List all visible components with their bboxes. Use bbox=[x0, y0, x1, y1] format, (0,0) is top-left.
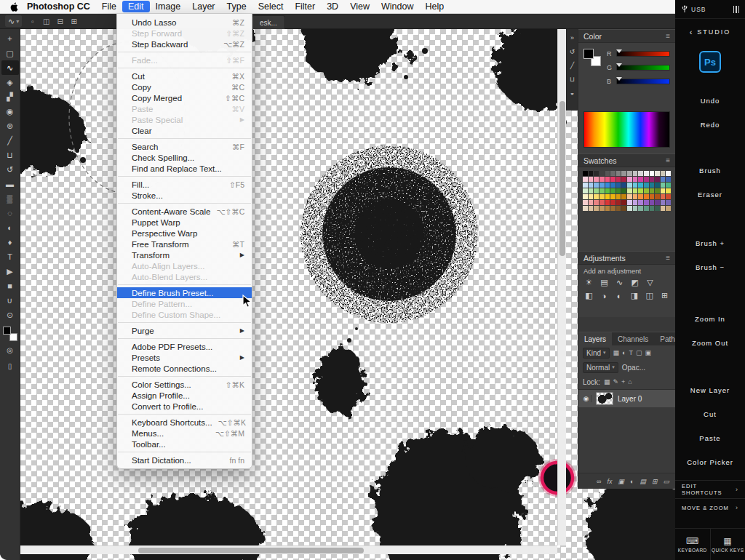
swatch[interactable] bbox=[627, 177, 632, 182]
swatch[interactable] bbox=[627, 171, 632, 176]
eraser-button[interactable]: Eraser bbox=[698, 183, 722, 207]
swatch[interactable] bbox=[638, 171, 643, 176]
swatch[interactable] bbox=[633, 177, 638, 182]
menu-item-free-transform[interactable]: Free Transform⌘T bbox=[117, 239, 252, 249]
swatch[interactable] bbox=[633, 183, 638, 188]
zoom-tool-icon[interactable]: ⊙ bbox=[1, 308, 19, 322]
path-selection-tool-icon[interactable]: ▶ bbox=[1, 264, 19, 279]
cut-button[interactable]: Cut bbox=[704, 402, 717, 426]
menu-item-start-dictation[interactable]: Start Dictation...fn fn bbox=[117, 455, 252, 465]
layer-group-icon[interactable]: ▤ bbox=[640, 478, 646, 485]
apple-menu-icon[interactable] bbox=[10, 2, 18, 12]
move-zoom-section[interactable]: MOVE & ZOOM› bbox=[675, 498, 745, 516]
gradient-tool-icon[interactable]: ▒ bbox=[1, 191, 19, 206]
clone-source-panel-icon[interactable]: ⊔ bbox=[567, 74, 577, 84]
color-spectrum-ramp[interactable] bbox=[583, 111, 670, 148]
menu-item-define-brush-preset[interactable]: Define Brush Preset... bbox=[117, 287, 252, 298]
swatch[interactable] bbox=[661, 188, 666, 193]
redo-button[interactable]: Redo bbox=[701, 113, 720, 137]
swatch[interactable] bbox=[666, 177, 671, 182]
swatch[interactable] bbox=[644, 177, 649, 182]
menu-item-assign-profile[interactable]: Assign Profile... bbox=[117, 390, 252, 401]
swatch[interactable] bbox=[583, 194, 588, 199]
chevron-left-icon[interactable]: ‹ bbox=[690, 28, 694, 36]
b-slider-bar[interactable] bbox=[616, 79, 670, 84]
swatch[interactable] bbox=[638, 194, 643, 199]
swatch[interactable] bbox=[616, 177, 621, 182]
adjustments-panel-tab[interactable]: Adjustments bbox=[583, 254, 626, 263]
swatch[interactable] bbox=[633, 200, 638, 205]
swatch[interactable] bbox=[627, 188, 632, 193]
swatch[interactable] bbox=[610, 171, 615, 176]
swatch[interactable] bbox=[616, 171, 621, 176]
swatch[interactable] bbox=[594, 171, 599, 176]
swatch[interactable] bbox=[599, 171, 605, 176]
swatch[interactable] bbox=[627, 183, 632, 188]
color-lookup-icon[interactable]: ⊞ bbox=[659, 290, 670, 301]
swatch[interactable] bbox=[621, 171, 626, 176]
menu-item-transform[interactable]: Transform▶ bbox=[117, 249, 252, 260]
quick-mask-toggle-icon[interactable]: ◎ bbox=[1, 343, 19, 357]
swatch[interactable] bbox=[633, 206, 638, 211]
b-channel-slider[interactable]: B bbox=[607, 78, 670, 85]
hue-saturation-icon[interactable]: ◧ bbox=[583, 290, 594, 301]
swatch[interactable] bbox=[644, 206, 649, 211]
filter-pixel-layers-icon[interactable]: ▦ bbox=[613, 349, 620, 356]
swatch[interactable] bbox=[583, 188, 588, 193]
toolbar-color-swatches[interactable] bbox=[3, 327, 17, 341]
eyedropper-tool-icon[interactable]: ◉ bbox=[1, 104, 19, 119]
swatch[interactable] bbox=[589, 188, 594, 193]
new-selection-icon[interactable]: ▫ bbox=[27, 16, 38, 27]
swatch[interactable] bbox=[650, 200, 655, 205]
move-tool-icon[interactable]: + bbox=[1, 31, 19, 46]
swatch[interactable] bbox=[583, 206, 588, 211]
swatch[interactable] bbox=[589, 206, 594, 211]
zoom-out-button[interactable]: Zoom Out bbox=[692, 331, 728, 355]
edit-shortcuts-section[interactable]: EDIT SHORTCUTS› bbox=[675, 480, 745, 498]
panel-menu-icon[interactable]: ≡ bbox=[666, 254, 670, 262]
layer-name[interactable]: Layer 0 bbox=[618, 395, 642, 403]
swatch[interactable] bbox=[589, 177, 594, 182]
swatch[interactable] bbox=[644, 194, 649, 199]
menu-item-fill[interactable]: Fill...⇧F5 bbox=[117, 179, 252, 190]
swatch[interactable] bbox=[650, 183, 655, 188]
swatch[interactable] bbox=[633, 194, 638, 199]
keyboard-button[interactable]: ⌨KEYBOARD bbox=[675, 529, 710, 560]
curves-icon[interactable]: ∿ bbox=[614, 277, 625, 288]
swatch[interactable] bbox=[666, 171, 671, 176]
grip-icon[interactable] bbox=[733, 6, 740, 13]
swatch[interactable] bbox=[655, 200, 660, 205]
swatch[interactable] bbox=[589, 194, 594, 199]
visibility-eye-icon[interactable]: ◉ bbox=[581, 395, 591, 402]
menubar-item-select[interactable]: Select bbox=[252, 1, 290, 12]
quick-keys-button[interactable]: ▦QUICK KEYS bbox=[710, 529, 745, 560]
swatch[interactable] bbox=[594, 177, 599, 182]
collapse-panels-icon[interactable]: » bbox=[567, 33, 577, 42]
menu-item-copy[interactable]: Copy⌘C bbox=[117, 81, 252, 92]
swatch[interactable] bbox=[650, 171, 655, 176]
swatch[interactable] bbox=[661, 177, 666, 182]
swatch[interactable] bbox=[616, 183, 621, 188]
vertical-scroll-thumb[interactable] bbox=[559, 101, 565, 256]
brushes-panel-icon[interactable]: ╱ bbox=[567, 60, 577, 70]
panel-menu-icon[interactable]: ≡ bbox=[666, 32, 670, 40]
swatch[interactable] bbox=[605, 206, 610, 211]
tab-channels[interactable]: Channels bbox=[612, 332, 654, 345]
quick-selection-tool-icon[interactable]: ◈ bbox=[1, 75, 19, 89]
menu-item-clear[interactable]: Clear bbox=[117, 125, 252, 136]
swatch[interactable] bbox=[638, 177, 643, 182]
vertical-scrollbar[interactable] bbox=[557, 29, 566, 545]
color-balance-icon[interactable]: ◑ bbox=[599, 290, 610, 301]
filter-smart-objects-icon[interactable]: ▣ bbox=[645, 349, 652, 356]
horizontal-scrollbar[interactable] bbox=[20, 545, 557, 554]
pen-tool-icon[interactable]: ♦ bbox=[1, 235, 19, 249]
menubar-item-layer[interactable]: Layer bbox=[186, 1, 220, 12]
swatch[interactable] bbox=[655, 177, 660, 182]
swatch[interactable] bbox=[650, 177, 655, 182]
swatch[interactable] bbox=[661, 171, 666, 176]
swatch[interactable] bbox=[610, 206, 615, 211]
lock-image-pixels-icon[interactable]: ✎ bbox=[613, 378, 618, 385]
swatch[interactable] bbox=[655, 194, 660, 199]
swatch[interactable] bbox=[633, 171, 638, 176]
swatch[interactable] bbox=[666, 188, 671, 193]
